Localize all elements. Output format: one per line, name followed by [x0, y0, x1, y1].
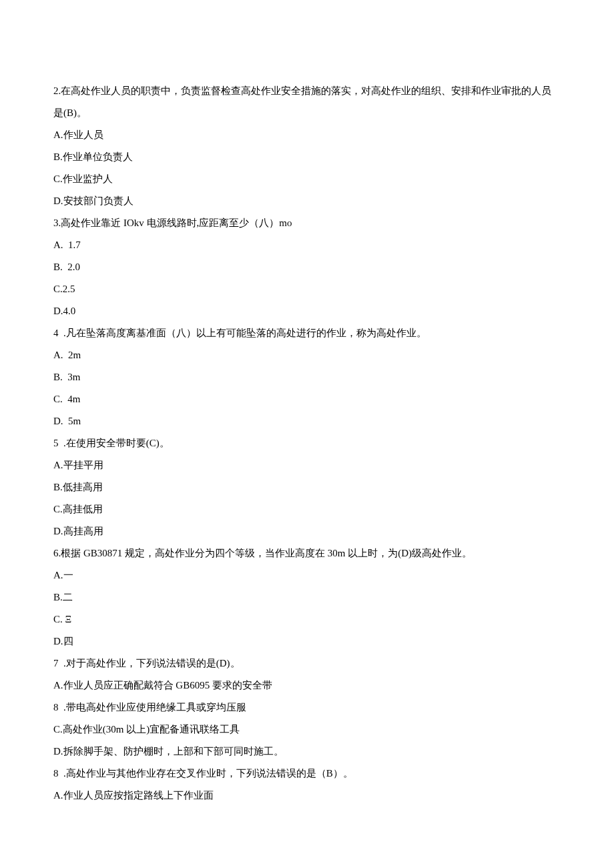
- text-line: A.平挂平用: [53, 454, 561, 476]
- text-line: 5 .在使用安全带时要(C)。: [53, 432, 561, 454]
- text-line: 2.在高处作业人员的职责中，负责监督检查高处作业安全措施的落实，对高处作业的组织…: [53, 80, 561, 124]
- text-line: C.作业监护人: [53, 168, 561, 190]
- text-line: A.作业人员: [53, 124, 561, 146]
- text-line: B.作业单位负责人: [53, 146, 561, 168]
- text-line: C. Ξ: [53, 608, 561, 630]
- text-line: D.4.0: [53, 300, 561, 322]
- text-line: A.作业人员应按指定路线上下作业面: [53, 785, 561, 807]
- text-line: B.二: [53, 586, 561, 608]
- text-line: 7 .对于高处作业，下列说法错误的是(D)。: [53, 653, 561, 675]
- text-line: 6.根据 GB30871 规定，高处作业分为四个等级，当作业高度在 30m 以上…: [53, 542, 561, 564]
- text-line: D. 5m: [53, 410, 561, 432]
- text-line: C. 4m: [53, 388, 561, 410]
- text-line: D.安技部门负责人: [53, 190, 561, 212]
- text-line: 8 .高处作业与其他作业存在交叉作业时，下列说法错误的是（B）。: [53, 763, 561, 785]
- document-content: 2.在高处作业人员的职责中，负责监督检查高处作业安全措施的落实，对高处作业的组织…: [53, 80, 561, 807]
- text-line: B. 2.0: [53, 256, 561, 278]
- text-line: C.高处作业(30m 以上)宜配备通讯联络工具: [53, 719, 561, 741]
- text-line: D.拆除脚手架、防护棚时，上部和下部可同时施工。: [53, 741, 561, 763]
- text-line: B.低挂高用: [53, 476, 561, 498]
- text-line: C.高挂低用: [53, 498, 561, 520]
- text-line: A. 2m: [53, 344, 561, 366]
- text-line: B. 3m: [53, 366, 561, 388]
- text-line: D.四: [53, 630, 561, 653]
- text-line: D.高挂高用: [53, 520, 561, 542]
- text-line: 8 .带电高处作业应使用绝缘工具或穿均压服: [53, 697, 561, 719]
- text-line: 4 .凡在坠落高度离基准面（八）以上有可能坠落的高处进行的作业，称为高处作业。: [53, 322, 561, 344]
- text-line: A.作业人员应正确配戴符合 GB6095 要求的安全带: [53, 675, 561, 697]
- text-line: A.一: [53, 564, 561, 586]
- text-line: 3.高处作业靠近 IOkv 电源线路时,应距离至少（八）mo: [53, 212, 561, 234]
- text-line: A. 1.7: [53, 234, 561, 256]
- text-line: C.2.5: [53, 278, 561, 300]
